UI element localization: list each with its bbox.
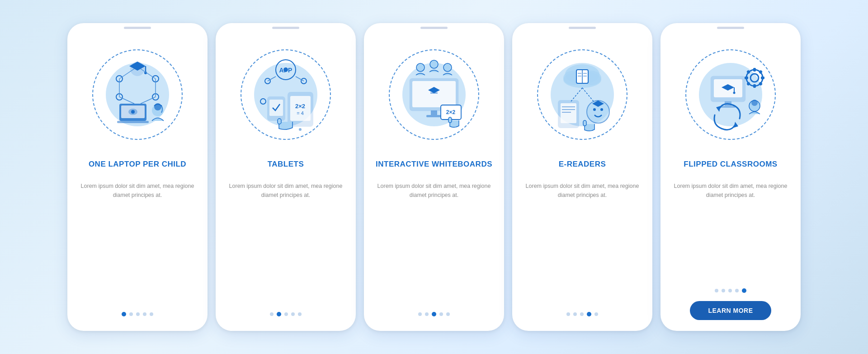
svg-marker-91 [716, 106, 721, 112]
dots-one-laptop [122, 312, 153, 316]
illustration-whiteboards: 2×2 [380, 40, 488, 149]
svg-rect-48 [448, 117, 452, 123]
svg-rect-35 [278, 119, 281, 124]
svg-line-13 [141, 97, 156, 104]
dot-2[interactable] [129, 312, 133, 316]
svg-point-32 [299, 128, 302, 131]
svg-rect-62 [561, 103, 576, 123]
dot-5[interactable] [742, 288, 746, 293]
svg-line-9 [141, 69, 156, 79]
dot-1[interactable] [270, 312, 274, 316]
svg-line-60 [582, 88, 594, 101]
illustration-flipped-classrooms [676, 40, 785, 149]
dot-4[interactable] [735, 289, 739, 292]
svg-point-75 [733, 92, 736, 94]
svg-rect-41 [412, 81, 456, 107]
dot-4[interactable] [291, 312, 295, 316]
svg-rect-69 [583, 120, 586, 126]
icon-whiteboard: 2×2 [391, 52, 477, 138]
dot-3[interactable] [580, 312, 584, 316]
svg-line-12 [119, 97, 134, 104]
svg-line-8 [119, 69, 134, 79]
illustration-tablets: APP 2×2 = 4 [231, 40, 340, 149]
cards-container: ONE LAPTOP PER CHILD Lorem ipsum dolor s… [58, 14, 810, 340]
svg-rect-82 [745, 77, 748, 79]
dot-5[interactable] [594, 312, 598, 316]
svg-marker-90 [734, 122, 738, 128]
svg-rect-81 [753, 84, 756, 88]
card-title-ereaders: E-READERS [559, 153, 606, 175]
card-flipped-classrooms: FLIPPED CLASSROOMS Lorem ipsum dolor sit… [660, 23, 801, 331]
card-desc-ereaders: Lorem ipsum dolor sit dim amet, mea regi… [523, 182, 642, 200]
svg-point-79 [750, 74, 759, 82]
icon-ereaders [539, 52, 625, 138]
card-title-one-laptop: ONE LAPTOP PER CHILD [89, 153, 186, 175]
dot-2[interactable] [573, 312, 577, 316]
dot-4[interactable] [143, 312, 146, 316]
svg-point-68 [600, 108, 603, 111]
dot-1[interactable] [122, 312, 126, 316]
dots-flipped [715, 288, 746, 293]
dot-3[interactable] [136, 312, 140, 316]
svg-point-38 [430, 60, 438, 68]
card-desc-tablets: Lorem ipsum dolor sit dim amet, mea regi… [226, 182, 345, 200]
card-title-tablets: TABLETS [268, 153, 304, 175]
learn-more-button[interactable]: LEARN MORE [690, 301, 771, 320]
svg-point-17 [131, 110, 135, 114]
dot-2[interactable] [722, 289, 725, 292]
svg-point-39 [443, 63, 452, 72]
dots-whiteboards [418, 312, 450, 316]
svg-rect-77 [721, 106, 736, 108]
svg-point-67 [593, 108, 596, 111]
svg-rect-18 [117, 121, 149, 123]
svg-point-36 [283, 67, 288, 72]
illustration-ereaders [528, 40, 637, 149]
svg-text:2×2: 2×2 [295, 103, 305, 110]
dots-tablets [270, 312, 302, 316]
card-desc-whiteboards: Lorem ipsum dolor sit dim amet, mea regi… [375, 182, 493, 200]
dot-3[interactable] [284, 312, 288, 316]
dot-1[interactable] [418, 312, 422, 316]
dot-4[interactable] [439, 312, 443, 316]
card-tablets: APP 2×2 = 4 [216, 23, 356, 331]
illustration-one-laptop [83, 40, 192, 149]
svg-rect-34 [269, 100, 283, 116]
dot-5[interactable] [298, 312, 302, 316]
svg-rect-80 [753, 68, 756, 72]
card-title-flipped: FLIPPED CLASSROOMS [684, 153, 777, 175]
dot-3[interactable] [432, 312, 436, 316]
svg-rect-83 [761, 77, 764, 79]
dot-2[interactable] [425, 312, 429, 316]
dot-1[interactable] [566, 312, 570, 316]
card-desc-flipped: Lorem ipsum dolor sit dim amet, mea regi… [671, 182, 790, 200]
svg-text:= 4: = 4 [297, 110, 304, 116]
card-title-whiteboards: INTERACTIVE WHITEBOARDS [376, 153, 492, 175]
dot-5[interactable] [150, 312, 153, 316]
dot-2[interactable] [277, 312, 281, 316]
svg-rect-43 [430, 92, 438, 94]
dot-1[interactable] [715, 289, 718, 292]
card-ereaders: E-READERS Lorem ipsum dolor sit dim amet… [512, 23, 652, 331]
icon-tablets: APP 2×2 = 4 [243, 52, 329, 138]
icon-flipped-classrooms [688, 52, 774, 138]
card-whiteboards: 2×2 INTERACTIVE WHITEBOARDS Lorem ipsum … [364, 23, 504, 331]
svg-point-89 [751, 100, 758, 106]
svg-point-37 [416, 63, 425, 72]
svg-text:2×2: 2×2 [446, 109, 456, 115]
svg-rect-44 [431, 110, 437, 115]
dot-3[interactable] [728, 289, 732, 292]
dot-4[interactable] [587, 312, 591, 316]
svg-rect-45 [426, 115, 442, 117]
svg-line-59 [571, 88, 582, 101]
svg-point-25 [260, 99, 266, 104]
dot-5[interactable] [446, 312, 450, 316]
dots-ereaders [566, 312, 598, 316]
card-desc-one-laptop: Lorem ipsum dolor sit dim amet, mea regi… [78, 182, 197, 200]
card-one-laptop: ONE LAPTOP PER CHILD Lorem ipsum dolor s… [67, 23, 208, 331]
icon-laptop-child [94, 52, 180, 138]
